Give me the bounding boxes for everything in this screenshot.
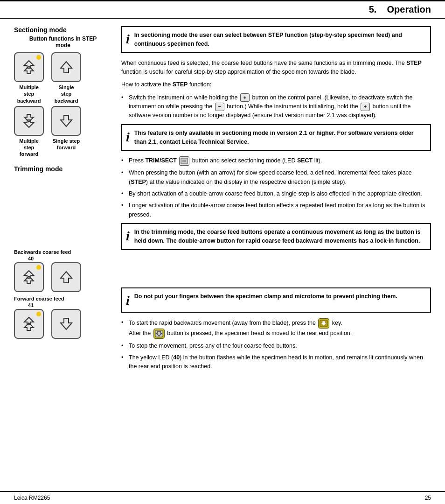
- forward-coarse-double-icon: [14, 309, 44, 339]
- forward-coarse-double-wrapper: [14, 309, 44, 341]
- single-up-arrow-2-svg: [57, 268, 76, 287]
- plus-button-2: +: [361, 103, 370, 111]
- single-step-forward-icon: [51, 106, 81, 136]
- svg-marker-10: [24, 323, 34, 330]
- forward-coarse-single-icon: [51, 309, 81, 339]
- double-down-arrow-svg: [20, 112, 38, 130]
- single-step-backward-wrapper: Singlestepbackward: [51, 52, 81, 104]
- svg-marker-7: [24, 276, 34, 284]
- svg-marker-0: [24, 61, 34, 68]
- body-text-1: When continuous feed is selected, the co…: [121, 59, 431, 77]
- trim-sect-button: [179, 156, 189, 166]
- single-step-forward-label: Single stepforward: [53, 138, 80, 151]
- trimming-bullets: To start the rapid backwards movement (a…: [121, 318, 431, 371]
- trimming-info-text-1: In the trimming mode, the coarse feed bu…: [134, 228, 426, 245]
- double-up-arrow-svg: [20, 58, 38, 77]
- yellow-led-40: [36, 265, 41, 270]
- trimming-bullet-1: To start the rapid backwards movement (a…: [121, 318, 431, 339]
- bullets-1: Switch the instrument on while holding t…: [121, 93, 431, 120]
- num-40: 40: [28, 256, 112, 261]
- multiple-step-backward-label: Multiplestepbackward: [17, 84, 41, 104]
- bullet-2-item-3: By short activation of a double-arrow co…: [121, 189, 431, 198]
- trimming-info-box-1: i In the trimming mode, the coarse feed …: [121, 223, 431, 250]
- backwards-coarse-single-icon: [51, 262, 81, 292]
- single-step-backward-icon: [51, 52, 81, 82]
- footer-product: Leica RM2265: [14, 495, 50, 501]
- backwards-coarse-single-wrapper: [51, 262, 81, 294]
- info-icon-1: i: [126, 31, 134, 49]
- page-container: 5. Operation Sectioning mode Button func…: [0, 0, 445, 504]
- sectioning-info-box-1: i In sectioning mode the user can select…: [121, 26, 431, 53]
- sectioning-info-text-2: This feature is only available in sectio…: [134, 129, 426, 147]
- bullets-2: Press TRIM/SECT button and select sectio…: [121, 156, 431, 219]
- multiple-step-forward-wrapper: Multiplestepforward: [14, 106, 44, 158]
- body-text-2: How to activate the STEP function:: [121, 80, 431, 89]
- info-icon-3: i: [126, 228, 134, 245]
- single-down-arrow-svg: [57, 112, 76, 130]
- single-step-backward-label: Singlestepbackward: [55, 84, 78, 104]
- specimen-head-button: [153, 329, 165, 339]
- svg-marker-9: [24, 317, 34, 325]
- chapter-title: 5. Operation: [369, 4, 431, 15]
- backwards-coarse-double-wrapper: [14, 262, 44, 294]
- sectioning-info-text-1: In sectioning mode the user can select b…: [134, 31, 426, 49]
- double-up-arrow-2-svg: [20, 268, 38, 287]
- forward-coarse-single-wrapper: [51, 309, 81, 341]
- svg-marker-8: [61, 272, 72, 283]
- sectioning-info-box-2: i This feature is only available in sect…: [121, 124, 431, 151]
- svg-marker-1: [24, 66, 34, 74]
- svg-marker-2: [61, 62, 72, 73]
- svg-marker-4: [24, 114, 34, 122]
- left-column: Sectioning mode Button functions in STEP…: [14, 26, 117, 375]
- backwards-coarse-label: Backwards coarse feed: [14, 249, 112, 255]
- button-group-bottom: Multiplestepforward Single stepforward: [14, 106, 112, 158]
- backwards-coarse-double-icon: [14, 262, 44, 292]
- bullet-1-item: Switch the instrument on while holding t…: [121, 93, 431, 120]
- trimming-bullet-3: The yellow LED (40) in the button flashe…: [121, 353, 431, 371]
- yellow-led-41: [36, 312, 41, 316]
- bullet-2-item-2: When pressing the button (with an arrow)…: [121, 168, 431, 187]
- right-column: i In sectioning mode the user can select…: [117, 26, 431, 375]
- page-header: 5. Operation: [0, 0, 445, 19]
- double-up-arrow-3-svg: [20, 315, 38, 333]
- page-footer: Leica RM2265 25: [0, 491, 445, 504]
- minus-button: –: [215, 103, 224, 111]
- single-down-arrow-3-svg: [57, 315, 76, 333]
- bullet-2-item-1: Press TRIM/SECT button and select sectio…: [121, 156, 431, 166]
- forward-coarse-button-group: [14, 309, 112, 341]
- multiple-step-backward-wrapper: Multiplestepbackward: [14, 52, 44, 104]
- bullet-2-item-4: Longer activation of the double-arrow co…: [121, 201, 431, 219]
- svg-marker-6: [24, 271, 34, 278]
- single-up-arrow-svg: [57, 58, 76, 77]
- main-content: Sectioning mode Button functions in STEP…: [0, 19, 445, 380]
- svg-marker-5: [61, 115, 72, 126]
- svg-marker-11: [61, 318, 72, 329]
- sectioning-subtitle: Button functions in STEPmode: [14, 35, 112, 49]
- trimming-bullet-2: To stop the movement, press any of the f…: [121, 342, 431, 350]
- backwards-coarse-button-group: [14, 262, 112, 294]
- num-41: 41: [28, 302, 112, 308]
- button-group-top: Multiplestepbackward Singlestepbackward: [14, 52, 112, 104]
- forward-coarse-label: Forward coarse feed: [14, 296, 112, 301]
- footer-page: 25: [425, 495, 431, 501]
- trimming-left-section: Trimming mode Backwards coarse feed 40: [14, 165, 112, 341]
- plus-button: +: [240, 93, 250, 102]
- trimming-info-box-2: i Do not put your fingers between the sp…: [121, 287, 431, 313]
- single-step-forward-wrapper: Single stepforward: [51, 106, 81, 158]
- info-icon-2: i: [126, 129, 134, 147]
- sectioning-title: Sectioning mode: [14, 26, 112, 34]
- multiple-step-forward-label: Multiplestepforward: [19, 138, 39, 158]
- svg-marker-3: [24, 120, 34, 127]
- rapid-backward-button-icon: [318, 318, 329, 329]
- multiple-step-backward-icon: [14, 52, 44, 82]
- trimming-title: Trimming mode: [14, 165, 112, 173]
- multiple-step-forward-icon: [14, 106, 44, 136]
- yellow-led-dot: [36, 55, 41, 60]
- trimming-info-text-2: Do not put your fingers between the spec…: [134, 292, 397, 308]
- info-icon-4: i: [126, 292, 134, 308]
